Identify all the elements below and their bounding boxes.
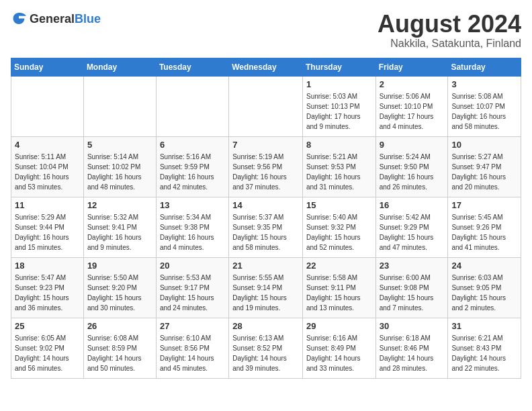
weekday-header-thursday: Thursday bbox=[302, 58, 375, 76]
day-info: Sunrise: 6:21 AM Sunset: 8:43 PM Dayligh… bbox=[451, 333, 517, 373]
day-number: 25 bbox=[15, 321, 80, 331]
calendar-cell: 22Sunrise: 5:58 AM Sunset: 9:11 PM Dayli… bbox=[302, 257, 375, 318]
calendar-cell: 5Sunrise: 5:14 AM Sunset: 10:02 PM Dayli… bbox=[83, 136, 156, 197]
day-number: 21 bbox=[232, 261, 299, 271]
calendar-cell: 14Sunrise: 5:37 AM Sunset: 9:35 PM Dayli… bbox=[229, 197, 303, 257]
weekday-header-row: SundayMondayTuesdayWednesdayThursdayFrid… bbox=[11, 58, 521, 76]
page-header: GeneralBlue August 2024 Nakkila, Satakun… bbox=[11, 11, 521, 50]
calendar-cell: 3Sunrise: 5:08 AM Sunset: 10:07 PM Dayli… bbox=[448, 76, 521, 136]
day-info: Sunrise: 5:27 AM Sunset: 9:47 PM Dayligh… bbox=[451, 152, 517, 192]
day-number: 23 bbox=[380, 261, 445, 271]
calendar-cell: 11Sunrise: 5:29 AM Sunset: 9:44 PM Dayli… bbox=[11, 197, 84, 257]
calendar-cell: 19Sunrise: 5:50 AM Sunset: 9:20 PM Dayli… bbox=[83, 257, 156, 318]
day-number: 19 bbox=[87, 261, 152, 271]
calendar-cell bbox=[11, 76, 84, 136]
day-info: Sunrise: 5:21 AM Sunset: 9:53 PM Dayligh… bbox=[306, 152, 372, 192]
day-number: 28 bbox=[232, 321, 299, 331]
day-info: Sunrise: 6:00 AM Sunset: 9:08 PM Dayligh… bbox=[380, 273, 445, 313]
day-number: 22 bbox=[306, 261, 372, 271]
week-row-4: 18Sunrise: 5:47 AM Sunset: 9:23 PM Dayli… bbox=[11, 257, 521, 318]
calendar-cell: 13Sunrise: 5:34 AM Sunset: 9:38 PM Dayli… bbox=[156, 197, 228, 257]
calendar-cell: 23Sunrise: 6:00 AM Sunset: 9:08 PM Dayli… bbox=[375, 257, 448, 318]
day-info: Sunrise: 5:47 AM Sunset: 9:23 PM Dayligh… bbox=[15, 273, 80, 313]
day-number: 26 bbox=[87, 321, 152, 331]
day-info: Sunrise: 5:37 AM Sunset: 9:35 PM Dayligh… bbox=[232, 212, 299, 253]
logo-icon bbox=[11, 11, 27, 27]
day-number: 10 bbox=[451, 140, 517, 150]
day-number: 9 bbox=[380, 140, 445, 150]
day-info: Sunrise: 6:05 AM Sunset: 9:02 PM Dayligh… bbox=[15, 333, 80, 373]
day-info: Sunrise: 6:03 AM Sunset: 9:05 PM Dayligh… bbox=[451, 273, 517, 313]
calendar-cell: 8Sunrise: 5:21 AM Sunset: 9:53 PM Daylig… bbox=[302, 136, 375, 197]
day-info: Sunrise: 5:06 AM Sunset: 10:10 PM Daylig… bbox=[380, 91, 445, 132]
calendar-cell: 18Sunrise: 5:47 AM Sunset: 9:23 PM Dayli… bbox=[11, 257, 84, 318]
day-info: Sunrise: 6:16 AM Sunset: 8:49 PM Dayligh… bbox=[306, 333, 372, 373]
calendar-cell: 20Sunrise: 5:53 AM Sunset: 9:17 PM Dayli… bbox=[156, 257, 228, 318]
weekday-header-wednesday: Wednesday bbox=[229, 58, 303, 76]
day-number: 20 bbox=[160, 261, 225, 271]
day-number: 8 bbox=[306, 140, 372, 150]
weekday-header-saturday: Saturday bbox=[448, 58, 521, 76]
calendar-cell: 29Sunrise: 6:16 AM Sunset: 8:49 PM Dayli… bbox=[302, 318, 375, 378]
calendar-cell bbox=[156, 76, 228, 136]
day-info: Sunrise: 5:53 AM Sunset: 9:17 PM Dayligh… bbox=[160, 273, 225, 313]
logo-text-blue: Blue bbox=[75, 12, 101, 26]
day-number: 16 bbox=[380, 200, 445, 210]
calendar-cell: 28Sunrise: 6:13 AM Sunset: 8:52 PM Dayli… bbox=[229, 318, 303, 378]
calendar-cell: 31Sunrise: 6:21 AM Sunset: 8:43 PM Dayli… bbox=[448, 318, 521, 378]
day-number: 11 bbox=[15, 200, 80, 210]
calendar-cell: 6Sunrise: 5:16 AM Sunset: 9:59 PM Daylig… bbox=[156, 136, 228, 197]
day-info: Sunrise: 5:58 AM Sunset: 9:11 PM Dayligh… bbox=[306, 273, 372, 313]
day-info: Sunrise: 5:50 AM Sunset: 9:20 PM Dayligh… bbox=[87, 273, 152, 313]
main-title: August 2024 bbox=[378, 11, 521, 38]
week-row-3: 11Sunrise: 5:29 AM Sunset: 9:44 PM Dayli… bbox=[11, 197, 521, 257]
calendar-cell: 10Sunrise: 5:27 AM Sunset: 9:47 PM Dayli… bbox=[448, 136, 521, 197]
day-number: 31 bbox=[451, 321, 517, 331]
subtitle: Nakkila, Satakunta, Finland bbox=[378, 38, 521, 50]
calendar-cell: 15Sunrise: 5:40 AM Sunset: 9:32 PM Dayli… bbox=[302, 197, 375, 257]
day-number: 14 bbox=[232, 200, 299, 210]
calendar-cell: 17Sunrise: 5:45 AM Sunset: 9:26 PM Dayli… bbox=[448, 197, 521, 257]
day-number: 17 bbox=[451, 200, 517, 210]
calendar-cell: 12Sunrise: 5:32 AM Sunset: 9:41 PM Dayli… bbox=[83, 197, 156, 257]
calendar-cell: 24Sunrise: 6:03 AM Sunset: 9:05 PM Dayli… bbox=[448, 257, 521, 318]
title-block: August 2024 Nakkila, Satakunta, Finland bbox=[378, 11, 521, 50]
day-info: Sunrise: 6:10 AM Sunset: 8:56 PM Dayligh… bbox=[160, 333, 225, 373]
week-row-1: 1Sunrise: 5:03 AM Sunset: 10:13 PM Dayli… bbox=[11, 76, 521, 136]
week-row-2: 4Sunrise: 5:11 AM Sunset: 10:04 PM Dayli… bbox=[11, 136, 521, 197]
calendar-cell: 30Sunrise: 6:18 AM Sunset: 8:46 PM Dayli… bbox=[375, 318, 448, 378]
calendar-cell: 21Sunrise: 5:55 AM Sunset: 9:14 PM Dayli… bbox=[229, 257, 303, 318]
day-info: Sunrise: 5:45 AM Sunset: 9:26 PM Dayligh… bbox=[451, 212, 517, 253]
calendar-cell: 9Sunrise: 5:24 AM Sunset: 9:50 PM Daylig… bbox=[375, 136, 448, 197]
weekday-header-sunday: Sunday bbox=[11, 58, 84, 76]
day-number: 2 bbox=[380, 79, 445, 89]
day-info: Sunrise: 5:03 AM Sunset: 10:13 PM Daylig… bbox=[306, 91, 372, 132]
day-number: 13 bbox=[160, 200, 225, 210]
day-number: 30 bbox=[380, 321, 445, 331]
day-info: Sunrise: 5:08 AM Sunset: 10:07 PM Daylig… bbox=[451, 91, 517, 132]
day-info: Sunrise: 5:42 AM Sunset: 9:29 PM Dayligh… bbox=[380, 212, 445, 253]
weekday-header-friday: Friday bbox=[375, 58, 448, 76]
day-info: Sunrise: 5:32 AM Sunset: 9:41 PM Dayligh… bbox=[87, 212, 152, 253]
day-info: Sunrise: 6:18 AM Sunset: 8:46 PM Dayligh… bbox=[380, 333, 445, 373]
logo-text-general: General bbox=[30, 12, 75, 26]
day-info: Sunrise: 6:08 AM Sunset: 8:59 PM Dayligh… bbox=[87, 333, 152, 373]
calendar-cell: 4Sunrise: 5:11 AM Sunset: 10:04 PM Dayli… bbox=[11, 136, 84, 197]
day-number: 27 bbox=[160, 321, 225, 331]
day-number: 12 bbox=[87, 200, 152, 210]
day-info: Sunrise: 5:55 AM Sunset: 9:14 PM Dayligh… bbox=[232, 273, 299, 313]
day-info: Sunrise: 5:34 AM Sunset: 9:38 PM Dayligh… bbox=[160, 212, 225, 253]
week-row-5: 25Sunrise: 6:05 AM Sunset: 9:02 PM Dayli… bbox=[11, 318, 521, 378]
day-info: Sunrise: 5:16 AM Sunset: 9:59 PM Dayligh… bbox=[160, 152, 225, 192]
day-info: Sunrise: 5:11 AM Sunset: 10:04 PM Daylig… bbox=[15, 152, 80, 192]
calendar-cell: 1Sunrise: 5:03 AM Sunset: 10:13 PM Dayli… bbox=[302, 76, 375, 136]
day-info: Sunrise: 5:14 AM Sunset: 10:02 PM Daylig… bbox=[87, 152, 152, 192]
logo: GeneralBlue bbox=[11, 11, 101, 27]
day-info: Sunrise: 5:24 AM Sunset: 9:50 PM Dayligh… bbox=[380, 152, 445, 192]
calendar-cell bbox=[83, 76, 156, 136]
weekday-header-tuesday: Tuesday bbox=[156, 58, 228, 76]
calendar-cell: 26Sunrise: 6:08 AM Sunset: 8:59 PM Dayli… bbox=[83, 318, 156, 378]
day-number: 15 bbox=[306, 200, 372, 210]
day-number: 29 bbox=[306, 321, 372, 331]
calendar-table: SundayMondayTuesdayWednesdayThursdayFrid… bbox=[11, 58, 521, 379]
